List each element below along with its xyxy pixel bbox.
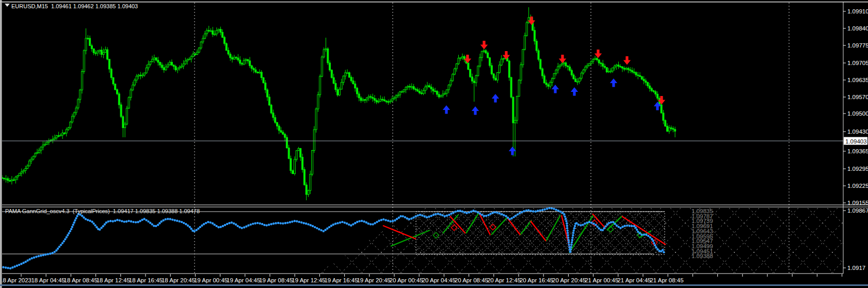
window-top-border [0, 2, 868, 2]
time-axis-label: 20 Apr 16:45 [520, 277, 553, 283]
time-axis-label: 18 Apr 20:45 [162, 277, 195, 283]
price-axis-label: 1.09910 [847, 8, 868, 14]
indicator-axis-label: 1.09867 [847, 207, 868, 214]
time-axis-label: 20 Apr 00:45 [390, 277, 423, 283]
time-axis-label: 21 Apr 08:45 [650, 277, 683, 283]
time-axis-label: 19 Apr 04:45 [227, 277, 260, 283]
time-axis-label: 20 Apr 04:45 [422, 277, 456, 283]
current-price-value: 1.09403 [845, 138, 867, 145]
time-axis-label: 21 Apr 04:45 [617, 277, 651, 283]
price-axis-label: 1.09570 [847, 94, 868, 100]
mt4-chart-window: 1.098351.097871.097391.096911.096431.095… [0, 0, 868, 288]
window-bottom-bar [0, 284, 868, 286]
time-axis-label: 20 Apr 20:45 [552, 277, 586, 283]
price-axis-label: 1.09635 [847, 77, 868, 83]
price-axis-label: 1.09365 [847, 148, 868, 154]
time-axis-label: 21 Apr 00:45 [585, 277, 618, 283]
time-axis-label: 19 Apr 00:45 [194, 277, 228, 283]
time-axis-label: 18 Apr 2023 [0, 277, 31, 283]
price-axis-label: 1.09225 [847, 183, 868, 189]
price-axis-label: 1.09295 [847, 166, 868, 172]
time-axis-label: 18 Apr 12:45 [97, 277, 130, 283]
window-left-edge [0, 0, 2, 288]
time-axis-label: 20 Apr 12:45 [487, 277, 521, 283]
time-axis-label: 19 Apr 12:45 [292, 277, 325, 283]
time-axis-label: 18 Apr 04:45 [31, 277, 65, 283]
time-axis-label: 19 Apr 16:45 [324, 277, 358, 283]
time-axis-label: 18 Apr 16:45 [129, 277, 163, 283]
chart-canvas[interactable]: 1.098351.097871.097391.096911.096431.095… [0, 0, 868, 288]
symbol-dropdown-icon[interactable] [5, 4, 10, 7]
gann-grid-price-value: 1.09388 [692, 253, 713, 259]
price-axis-label: 1.09430 [847, 129, 868, 135]
time-axis-label: 20 Apr 08:45 [455, 277, 488, 283]
gann-grid-price-list: 1.098351.097871.097391.096911.096431.095… [692, 208, 713, 259]
indicator-label: PAMA GannGrid_oscv4.3 (TypicalPrices) 1.… [5, 208, 200, 214]
price-axis-label: 1.09775 [847, 42, 868, 49]
time-axis-label: 19 Apr 08:45 [259, 277, 293, 283]
price-axis-label: 1.09155 [847, 200, 868, 206]
price-axis-label: 1.09840 [847, 25, 868, 31]
indicator-axis-label: 1.0917 [847, 265, 865, 271]
chart-title-ohlc: EURUSD,M15 1.09461 1.09462 1.09385 1.094… [11, 3, 138, 9]
price-axis-label: 1.09500 [847, 110, 868, 117]
time-axis-label: 18 Apr 08:45 [64, 277, 98, 283]
time-axis-label: 19 Apr 20:45 [357, 277, 390, 283]
price-axis-label: 1.09705 [847, 60, 868, 66]
